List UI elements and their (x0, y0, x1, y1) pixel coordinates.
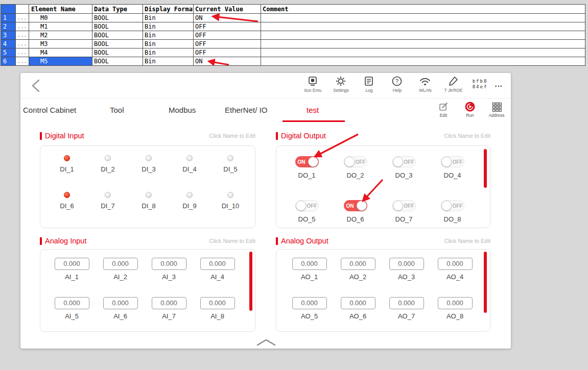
element-name-cell[interactable]: M1 (29, 22, 92, 31)
ao-label[interactable]: AO_5 (301, 312, 318, 320)
ai-label[interactable]: AI_3 (162, 273, 176, 281)
ao-value-field[interactable]: 0.000 (438, 297, 473, 309)
ao-label[interactable]: AO_7 (398, 312, 415, 320)
do-toggle-off[interactable]: OFF (441, 200, 464, 211)
ai-label[interactable]: AI_6 (113, 312, 127, 320)
di-label[interactable]: DI_7 (101, 202, 114, 210)
robot-edit-button[interactable]: T JKROE (441, 76, 465, 93)
display-format-cell[interactable]: Bin (143, 31, 194, 40)
ai-value-field[interactable]: 0.000 (152, 297, 186, 309)
do-label[interactable]: DO_3 (395, 171, 413, 179)
ai-label[interactable]: AI_4 (210, 273, 224, 281)
ai-label[interactable]: AI_8 (210, 312, 224, 320)
row-number[interactable]: 5 (1, 48, 16, 57)
data-type-cell[interactable]: BOOL (92, 22, 143, 31)
ai-label[interactable]: AI_2 (113, 273, 127, 281)
ai-value-field[interactable]: 0.000 (103, 258, 138, 270)
ai-value-field[interactable]: 0.000 (103, 297, 138, 309)
current-value-cell[interactable]: OFF (194, 48, 261, 57)
element-name-cell[interactable]: M2 (29, 31, 92, 40)
di-label[interactable]: DI_2 (101, 165, 114, 173)
do-label[interactable]: DO_8 (444, 215, 461, 223)
ai-value-field[interactable]: 0.000 (200, 258, 235, 270)
do-label[interactable]: DO_6 (347, 215, 364, 223)
ao-value-field[interactable]: 0.000 (389, 297, 424, 309)
do-toggle-off[interactable]: OFF (344, 156, 367, 167)
ao-value-field[interactable]: 0.000 (389, 258, 424, 270)
help-button[interactable]: ? Help (385, 76, 409, 93)
more-options-icon[interactable]: ... (495, 80, 503, 88)
do-label[interactable]: DO_4 (444, 171, 461, 179)
data-type-cell[interactable]: BOOL (92, 40, 143, 48)
element-name-cell-selected[interactable]: M5 (29, 57, 92, 66)
current-value-cell[interactable]: OFF (194, 31, 261, 40)
display-format-cell[interactable]: Bin (143, 40, 194, 48)
ao-value-field[interactable]: 0.000 (341, 258, 375, 270)
wlan-button[interactable]: WLAN (413, 76, 437, 93)
ao-label[interactable]: AO_1 (301, 273, 318, 281)
settings-button[interactable]: Settings (329, 76, 352, 93)
do-toggle-on[interactable]: ON (295, 156, 319, 167)
row-dots[interactable]: ... (16, 22, 29, 31)
display-format-cell[interactable]: Bin (143, 57, 194, 66)
ao-label[interactable]: AO_8 (446, 312, 463, 320)
edit-hint[interactable]: Click Name to Edit (209, 133, 255, 139)
ai-value-field[interactable]: 0.000 (55, 258, 89, 270)
do-toggle-off[interactable]: OFF (392, 200, 416, 211)
di-label[interactable]: DI_9 (182, 202, 196, 210)
edit-hint[interactable]: Click Name to Edit (444, 133, 490, 139)
display-format-cell[interactable]: Bin (143, 22, 194, 31)
element-name-cell[interactable]: M4 (29, 48, 92, 57)
current-value-cell[interactable]: OFF (194, 22, 261, 31)
comment-cell[interactable] (261, 14, 585, 22)
di-label[interactable]: DI_5 (223, 165, 237, 173)
tab-modbus[interactable]: Modbus (169, 106, 196, 114)
do-toggle-off[interactable]: OFF (392, 156, 416, 167)
ao-label[interactable]: AO_4 (446, 273, 463, 281)
di-label[interactable]: DI_6 (60, 202, 74, 210)
comment-cell[interactable] (261, 48, 585, 57)
row-dots[interactable]: ... (16, 31, 29, 40)
comment-cell[interactable] (261, 57, 585, 66)
ai-value-field[interactable]: 0.000 (152, 258, 186, 270)
ao-value-field[interactable]: 0.000 (341, 297, 375, 309)
collapse-panel-button[interactable] (255, 338, 277, 349)
element-name-cell[interactable]: M3 (29, 40, 92, 48)
do-label[interactable]: DO_5 (298, 215, 316, 223)
data-type-cell[interactable]: BOOL (92, 57, 143, 66)
di-label[interactable]: DI_1 (60, 165, 74, 173)
address-button[interactable]: Address (486, 102, 507, 118)
row-number[interactable]: 3 (1, 31, 16, 40)
emulator-button[interactable]: tion Emu (301, 76, 324, 93)
run-button[interactable]: Run (460, 102, 480, 118)
di-label[interactable]: DI_4 (182, 165, 196, 173)
row-dots[interactable]: ... (16, 57, 29, 66)
ao-label[interactable]: AO_3 (398, 273, 415, 281)
ai-value-field[interactable]: 0.000 (55, 297, 89, 309)
row-dots[interactable]: ... (16, 14, 29, 22)
ai-label[interactable]: AI_5 (65, 312, 79, 320)
tab-control-cabinet[interactable]: Control Cabinet (23, 106, 76, 114)
display-format-cell[interactable]: Bin (143, 48, 194, 57)
row-dots[interactable]: ... (16, 40, 29, 48)
di-label[interactable]: DI_10 (222, 202, 240, 210)
do-label[interactable]: DO_1 (298, 171, 316, 179)
edit-button[interactable]: Edit (433, 102, 454, 118)
row-number[interactable]: 6 (1, 57, 16, 66)
di-label[interactable]: DI_3 (142, 165, 155, 173)
do-toggle-off[interactable]: OFF (295, 200, 319, 211)
vertical-scrollbar[interactable] (249, 252, 252, 311)
ai-label[interactable]: AI_7 (162, 312, 176, 320)
current-value-cell[interactable]: ON (194, 57, 261, 66)
ai-value-field[interactable]: 0.000 (200, 297, 235, 309)
tab-ethernet-io[interactable]: EtherNet/ IO (225, 106, 267, 114)
row-number[interactable]: 2 (1, 22, 16, 31)
current-value-cell[interactable]: ON (194, 14, 261, 22)
di-label[interactable]: DI_8 (142, 202, 155, 210)
comment-cell[interactable] (261, 31, 585, 40)
element-name-cell[interactable]: M0 (29, 14, 92, 22)
ao-value-field[interactable]: 0.000 (292, 297, 327, 309)
display-format-cell[interactable]: Bin (143, 14, 194, 22)
comment-cell[interactable] (261, 40, 585, 48)
do-toggle-off[interactable]: OFF (441, 156, 464, 167)
